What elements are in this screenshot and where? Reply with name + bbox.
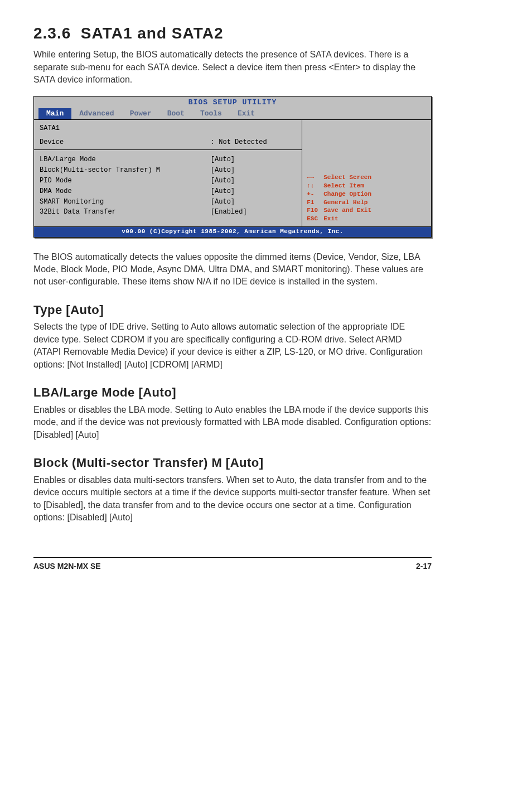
bios-help-line: ↑↓Select Item bbox=[307, 182, 427, 190]
bios-row-pio: PIO Mode[Auto] bbox=[40, 176, 296, 186]
option-heading-lba: LBA/Large Mode [Auto] bbox=[33, 384, 432, 402]
bios-tab-bar: Main Advanced Power Boot Tools Exit bbox=[34, 108, 431, 119]
bios-title: BIOS SETUP UTILITY bbox=[34, 96, 431, 108]
bios-row-label: PIO Mode bbox=[40, 176, 211, 186]
bios-help-line: ESCExit bbox=[307, 215, 427, 223]
bios-row-32bit: 32Bit Data Transfer[Enabled] bbox=[40, 207, 296, 218]
option-body-type: Selects the type of IDE drive. Setting t… bbox=[33, 321, 432, 371]
bios-help-key: ESC bbox=[307, 215, 323, 223]
bios-row-block: Block(Multi-sector Transfer) M[Auto] bbox=[40, 165, 296, 176]
footer-right: 2-17 bbox=[416, 561, 432, 572]
bios-divider bbox=[34, 149, 302, 150]
intro-paragraph: While entering Setup, the BIOS automatic… bbox=[33, 49, 432, 86]
bios-help-key: F1 bbox=[307, 199, 323, 207]
bios-help-line: ←→Select Screen bbox=[307, 173, 427, 182]
bios-header-row: SATA1 bbox=[40, 123, 296, 134]
bios-help-text: Exit bbox=[323, 215, 338, 222]
bios-tab-boot: Boot bbox=[159, 108, 192, 119]
bios-row-dma: DMA Mode[Auto] bbox=[40, 186, 296, 197]
bios-device-row: Device : Not Detected bbox=[40, 137, 296, 148]
bios-row-value: [Auto] bbox=[211, 166, 296, 175]
bios-help-line: F10Save and Exit bbox=[307, 206, 427, 215]
bios-screenshot: BIOS SETUP UTILITY Main Advanced Power B… bbox=[33, 96, 432, 237]
option-heading-type: Type [Auto] bbox=[33, 302, 432, 319]
section-heading: 2.3.6 SATA1 and SATA2 bbox=[33, 22, 432, 44]
bios-tab-exit: Exit bbox=[230, 108, 263, 119]
bios-help-block: ←→Select Screen ↑↓Select Item +-Change O… bbox=[307, 173, 427, 223]
bios-help-key: +- bbox=[307, 190, 323, 199]
bios-header-label: SATA1 bbox=[40, 124, 296, 133]
bios-help-text: Change Option bbox=[323, 191, 371, 197]
page-footer: ASUS M2N-MX SE 2-17 bbox=[33, 557, 432, 572]
bios-tab-power: Power bbox=[122, 108, 159, 119]
bios-tab-tools: Tools bbox=[192, 108, 230, 119]
bios-help-key: ←→ bbox=[307, 173, 323, 182]
bios-row-lba: LBA/Large Mode[Auto] bbox=[40, 154, 296, 165]
section-number: 2.3.6 bbox=[33, 25, 71, 42]
bios-row-value: [Auto] bbox=[211, 197, 296, 207]
bios-right-pane: ←→Select Screen ↑↓Select Item +-Change O… bbox=[302, 120, 431, 226]
footer-left: ASUS M2N-MX SE bbox=[33, 561, 101, 572]
bios-help-text: Select Screen bbox=[323, 174, 371, 181]
bios-row-value: [Auto] bbox=[211, 187, 296, 196]
bios-row-smart: SMART Monitoring[Auto] bbox=[40, 197, 296, 207]
bios-help-key: F10 bbox=[307, 206, 323, 215]
bios-tab-main: Main bbox=[38, 108, 71, 119]
bios-device-label: Device bbox=[40, 138, 211, 147]
after-bios-paragraph: The BIOS automatically detects the value… bbox=[33, 251, 432, 288]
option-body-lba: Enables or disables the LBA mode. Settin… bbox=[33, 404, 432, 441]
bios-row-value: [Enabled] bbox=[211, 207, 296, 217]
bios-help-text: General Help bbox=[323, 199, 367, 206]
section-title-text: SATA1 and SATA2 bbox=[81, 25, 224, 42]
bios-help-text: Save and Exit bbox=[323, 207, 371, 214]
bios-help-line: F1General Help bbox=[307, 199, 427, 207]
bios-tab-advanced: Advanced bbox=[71, 108, 122, 119]
bios-row-value: [Auto] bbox=[211, 155, 296, 165]
bios-help-text: Select Item bbox=[323, 182, 364, 189]
bios-row-label: SMART Monitoring bbox=[40, 197, 211, 207]
option-body-block: Enables or disables data multi-sectors t… bbox=[33, 474, 432, 524]
bios-left-pane: SATA1 Device : Not Detected LBA/Large Mo… bbox=[34, 120, 302, 226]
bios-row-label: 32Bit Data Transfer bbox=[40, 207, 211, 217]
bios-help-key: ↑↓ bbox=[307, 182, 323, 190]
bios-body: SATA1 Device : Not Detected LBA/Large Mo… bbox=[34, 119, 431, 226]
bios-help-line: +-Change Option bbox=[307, 190, 427, 199]
bios-row-value: [Auto] bbox=[211, 176, 296, 186]
option-heading-block: Block (Multi-sector Transfer) M [Auto] bbox=[33, 455, 432, 472]
bios-row-label: LBA/Large Mode bbox=[40, 155, 211, 165]
bios-device-value: : Not Detected bbox=[211, 138, 296, 147]
bios-row-label: Block(Multi-sector Transfer) M bbox=[40, 166, 211, 175]
bios-row-label: DMA Mode bbox=[40, 187, 211, 196]
bios-footer-bar: v00.00 (C)Copyright 1985-2002, American … bbox=[34, 226, 431, 236]
